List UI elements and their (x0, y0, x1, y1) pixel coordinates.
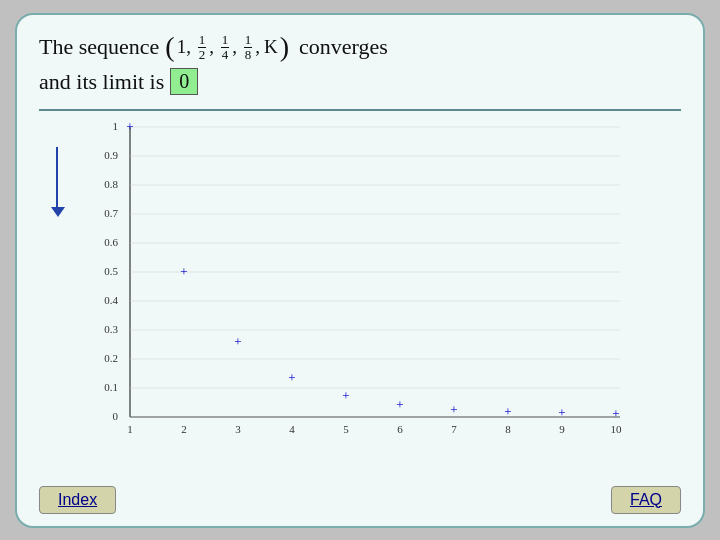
frac-quarter: 1 4 (221, 33, 230, 63)
svg-text:+: + (126, 119, 133, 134)
svg-text:+: + (450, 402, 457, 417)
svg-text:1: 1 (113, 120, 119, 132)
svg-text:+: + (504, 404, 511, 419)
title-row: The sequence ( 1, 1 2 , 1 4 , 1 8 , (39, 33, 681, 63)
svg-text:4: 4 (289, 423, 295, 435)
svg-text:0.7: 0.7 (104, 207, 118, 219)
comma1: , (209, 36, 218, 58)
svg-text:+: + (558, 405, 565, 420)
limit-row: and its limit is 0 (39, 68, 681, 95)
svg-text:1: 1 (127, 423, 133, 435)
svg-text:8: 8 (505, 423, 511, 435)
chart-area: 0 0.1 0.2 0.3 0.4 0.5 0.6 0.7 0.8 0.9 1 (39, 117, 681, 477)
svg-text:+: + (180, 264, 187, 279)
seq-math: ( 1, 1 2 , 1 4 , 1 8 , K ) (165, 33, 289, 63)
svg-text:0.8: 0.8 (104, 178, 118, 190)
svg-text:5: 5 (343, 423, 349, 435)
svg-text:0: 0 (113, 410, 119, 422)
index-button[interactable]: Index (39, 486, 116, 514)
comma2: , (232, 36, 241, 58)
seq-prefix: The sequence (39, 34, 159, 60)
svg-text:0.6: 0.6 (104, 236, 118, 248)
svg-text:0.4: 0.4 (104, 294, 118, 306)
comma3: , K (255, 36, 277, 58)
svg-text:10: 10 (611, 423, 623, 435)
bottom-bar: Index FAQ (39, 486, 681, 514)
seq-one: 1, (177, 36, 195, 58)
svg-text:+: + (234, 334, 241, 349)
svg-text:0.5: 0.5 (104, 265, 118, 277)
close-paren: ) (280, 33, 289, 61)
main-card: The sequence ( 1, 1 2 , 1 4 , 1 8 , (15, 13, 705, 528)
svg-text:+: + (288, 370, 295, 385)
svg-text:+: + (396, 397, 403, 412)
svg-text:7: 7 (451, 423, 457, 435)
svg-text:0.2: 0.2 (104, 352, 118, 364)
top-section: The sequence ( 1, 1 2 , 1 4 , 1 8 , (39, 33, 681, 96)
svg-text:2: 2 (181, 423, 187, 435)
svg-text:3: 3 (235, 423, 241, 435)
open-paren: ( (165, 33, 174, 61)
limit-prefix: and its limit is (39, 69, 164, 95)
svg-text:0.9: 0.9 (104, 149, 118, 161)
converges-label: converges (299, 34, 388, 60)
svg-text:6: 6 (397, 423, 403, 435)
svg-text:0.1: 0.1 (104, 381, 118, 393)
scatter-chart: 0 0.1 0.2 0.3 0.4 0.5 0.6 0.7 0.8 0.9 1 (80, 117, 640, 457)
svg-text:9: 9 (559, 423, 565, 435)
faq-button[interactable]: FAQ (611, 486, 681, 514)
frac-eighth: 1 8 (244, 33, 253, 63)
svg-text:0.3: 0.3 (104, 323, 118, 335)
svg-text:+: + (612, 406, 619, 421)
frac-half: 1 2 (198, 33, 207, 63)
svg-text:+: + (342, 388, 349, 403)
limit-value: 0 (170, 68, 198, 95)
divider (39, 109, 681, 111)
